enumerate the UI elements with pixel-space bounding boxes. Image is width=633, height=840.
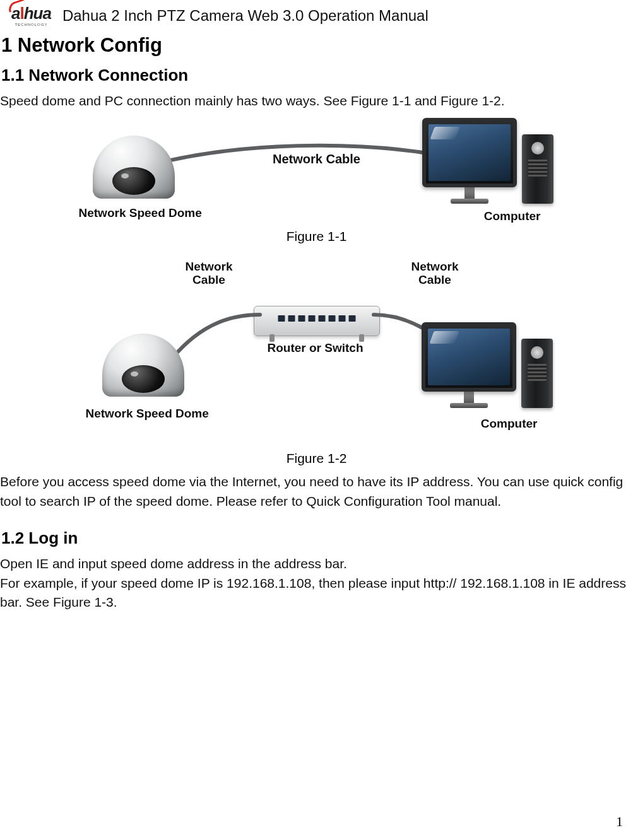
paragraph-connection-intro: Speed dome and PC connection mainly has … [0,91,633,110]
figure-1-2-caption: Figure 1-2 [287,451,347,466]
diagram-direct-connection: Network Cable Network Speed Dome Compute… [68,118,566,225]
dome-icon [102,334,184,397]
cable-left-label: Network Cable [186,260,233,287]
doc-title: Dahua 2 Inch PTZ Camera Web 3.0 Operatio… [62,7,429,25]
paragraph-login: Open IE and input speed dome address in … [0,554,633,612]
brand-logo: alhua TECHNOLOGY [11,5,51,26]
dome-icon [93,136,175,199]
cable-right-label: Network Cable [411,260,459,287]
doc-header: alhua TECHNOLOGY Dahua 2 Inch PTZ Camera… [0,0,633,30]
figure-1-1-caption: Figure 1-1 [287,229,347,244]
dome-label: Network Speed Dome [86,407,209,421]
brand-tagline: TECHNOLOGY [15,23,47,26]
cable-label: Network Cable [273,152,360,166]
subsection-heading-1-2: 1.2 Log in [0,528,633,548]
diagram-router-connection: Router or Switch Network Cable Network C… [77,252,557,447]
brand-suffix: hua [24,4,51,23]
section-heading-1: 1 Network Config [0,34,633,57]
computer-icon [422,118,553,204]
figure-1-1: Network Cable Network Speed Dome Compute… [0,118,633,244]
subsection-heading-1-1: 1.1 Network Connection [0,66,633,85]
paragraph-before-access: Before you access speed dome via the Int… [0,472,633,511]
computer-label: Computer [481,417,538,431]
computer-icon [422,322,553,408]
computer-label: Computer [484,209,541,223]
figure-1-2: Router or Switch Network Cable Network C… [0,252,633,466]
dome-label: Network Speed Dome [79,206,202,220]
page-number: 1 [616,814,623,830]
